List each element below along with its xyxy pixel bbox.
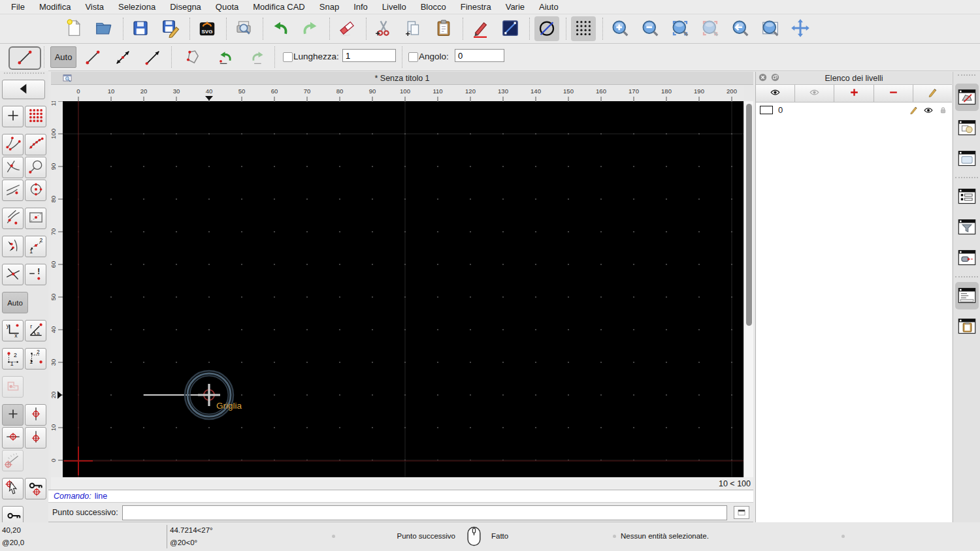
- snap-cross-manual-button[interactable]: !: [25, 264, 46, 285]
- menu-snap[interactable]: Snap: [312, 0, 346, 14]
- menu-info[interactable]: Info: [346, 0, 375, 14]
- grid-toggle-button[interactable]: [571, 16, 596, 41]
- restrict-orthogonal-button[interactable]: [25, 427, 46, 449]
- save-as-button[interactable]: [158, 16, 183, 41]
- snap-center-button[interactable]: [25, 180, 46, 201]
- zoom-pan-button[interactable]: [788, 16, 813, 41]
- snap-intersection-button[interactable]: [2, 157, 24, 178]
- snap-grid-button[interactable]: [25, 106, 46, 127]
- pick-coordinate-button[interactable]: [2, 478, 24, 499]
- line-mode-line-red-button[interactable]: [80, 46, 106, 68]
- menu-quota[interactable]: Quota: [208, 0, 246, 14]
- snap-auto-button[interactable]: Auto: [2, 292, 28, 313]
- zoom-window-button[interactable]: [758, 16, 783, 41]
- zoom-in-button[interactable]: [608, 16, 632, 41]
- menu-vista[interactable]: Vista: [78, 0, 111, 14]
- zoom-auto-button[interactable]: [668, 16, 693, 41]
- layer-toolbar-eye-closed-button[interactable]: [795, 85, 834, 102]
- layer-toolbar-add-plus-button[interactable]: [834, 85, 874, 102]
- snap-on-entity-button[interactable]: [25, 134, 46, 155]
- dock-filter-tab-button[interactable]: [955, 213, 979, 241]
- zoom-previous-button[interactable]: [698, 16, 723, 41]
- snap-dist-12-button[interactable]: 12: [25, 236, 46, 257]
- menu-file[interactable]: File: [4, 0, 32, 14]
- new-document-button[interactable]: [61, 16, 86, 41]
- snap-endpoints-button[interactable]: [2, 134, 24, 155]
- angle-input[interactable]: [455, 49, 504, 62]
- undo-segment-button[interactable]: [212, 46, 238, 68]
- redo-segment-button[interactable]: [245, 46, 271, 68]
- menu-modifica-cad[interactable]: Modifica CAD: [246, 0, 312, 14]
- rel-coords-12-button[interactable]: 12: [2, 348, 24, 370]
- drawing-canvas[interactable]: Griglia: [63, 101, 743, 477]
- restrict-nothing-button[interactable]: [2, 404, 24, 426]
- eraser-button[interactable]: [335, 16, 359, 41]
- menu-finestra[interactable]: Finestra: [453, 0, 498, 14]
- angle-checkbox[interactable]: [408, 52, 418, 62]
- restrict-vertical-button[interactable]: [25, 404, 46, 426]
- snap-middle-button[interactable]: [25, 208, 46, 229]
- circle-attributes-button[interactable]: [534, 16, 559, 41]
- dock-layers-tab-button[interactable]: [955, 84, 979, 111]
- snap-auto-dist-button[interactable]: [2, 236, 24, 257]
- save-button[interactable]: [128, 16, 153, 41]
- vertical-scrollbar[interactable]: [743, 101, 753, 477]
- menu-seleziona[interactable]: Seleziona: [111, 0, 163, 14]
- menu-aiuto[interactable]: Aiuto: [532, 0, 566, 14]
- layer-row[interactable]: 0: [756, 102, 952, 118]
- float-panel-icon[interactable]: [770, 72, 780, 84]
- length-checkbox[interactable]: [283, 52, 293, 62]
- rel-coords-21-button[interactable]: 12: [25, 348, 46, 370]
- dock-command-tab-button[interactable]: [955, 282, 979, 309]
- layer-toolbar-edit-pencil-button[interactable]: [913, 85, 952, 102]
- restrict-horizontal-button[interactable]: [2, 427, 24, 449]
- open-file-button[interactable]: [91, 16, 116, 41]
- coord-polar-button[interactable]: ra: [25, 320, 46, 341]
- menu-modifica[interactable]: Modifica: [32, 0, 78, 14]
- snap-nearest-button[interactable]: [2, 180, 24, 201]
- snap-free-button[interactable]: [2, 106, 24, 127]
- command-input[interactable]: [122, 505, 727, 520]
- line-mode-line-two-arrows-button[interactable]: [110, 46, 136, 68]
- polyline-close-button[interactable]: [180, 46, 206, 68]
- layer-toolbar-remove-minus-button[interactable]: [874, 85, 913, 102]
- redo-button[interactable]: [298, 16, 323, 41]
- cut-button[interactable]: [371, 16, 396, 41]
- zoom-out-button[interactable]: [638, 16, 662, 41]
- pen-edit-button[interactable]: [468, 16, 493, 41]
- angle-gauge-button[interactable]: [2, 450, 24, 471]
- auto-mode-button[interactable]: Auto: [50, 46, 76, 68]
- snap-cross-button[interactable]: [2, 264, 24, 285]
- undo-button[interactable]: [268, 16, 293, 41]
- copy-button[interactable]: [401, 16, 426, 41]
- command-keyboard-button[interactable]: [734, 506, 749, 519]
- menu-varie[interactable]: Varie: [498, 0, 532, 14]
- close-panel-icon[interactable]: [758, 72, 768, 84]
- scrollbar-thumb[interactable]: [746, 104, 752, 326]
- ortho-button[interactable]: [2, 376, 24, 398]
- dock-pen-tab-button[interactable]: [955, 244, 979, 272]
- svg-export-button[interactable]: SVG: [195, 16, 220, 41]
- menu-disegna[interactable]: Disegna: [163, 0, 208, 14]
- layer-edit-pencil-icon[interactable]: [909, 105, 919, 115]
- dock-blocks-tab-button[interactable]: [955, 114, 979, 142]
- menu-livello[interactable]: Livello: [375, 0, 414, 14]
- length-input[interactable]: [342, 49, 396, 62]
- menu-blocco[interactable]: Blocco: [414, 0, 453, 14]
- line-attributes-button[interactable]: [498, 16, 523, 41]
- snap-tangent-button[interactable]: [2, 208, 24, 229]
- zoom-back-button[interactable]: [728, 16, 753, 41]
- current-tool-button[interactable]: [8, 46, 41, 70]
- print-preview-button[interactable]: [231, 16, 256, 41]
- dock-library-tab-button[interactable]: [955, 145, 979, 172]
- lock-relative-zero-button[interactable]: [25, 478, 46, 499]
- coord-cartesian-button[interactable]: yx: [2, 320, 24, 341]
- dock-entities-tab-button[interactable]: [955, 183, 979, 210]
- snap-circle-button[interactable]: [25, 157, 46, 178]
- layer-visibility-eye-icon[interactable]: [923, 105, 934, 116]
- line-mode-line-arrow-button[interactable]: [140, 46, 166, 68]
- layer-toolbar-eye-open-button[interactable]: [756, 85, 795, 102]
- back-button[interactable]: [2, 80, 45, 99]
- paste-button[interactable]: [431, 16, 456, 41]
- layer-lock-icon[interactable]: [938, 105, 948, 115]
